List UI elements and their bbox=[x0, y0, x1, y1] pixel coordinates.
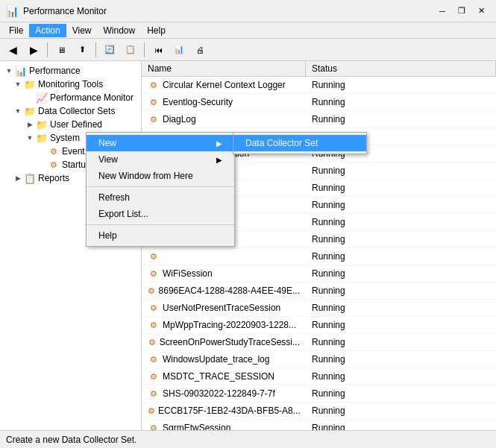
menu-window[interactable]: Window bbox=[98, 24, 142, 37]
tree-label-data-collector-sets: Data Collector Sets bbox=[38, 106, 115, 116]
tree-item-performance[interactable]: ▼ 📊 Performance bbox=[0, 64, 141, 78]
cell-name-13: ⚙ UserNotPresentTraceSession bbox=[142, 300, 306, 315]
title-bar: 📊 Performance Monitor ─ ❐ ✕ bbox=[0, 0, 496, 22]
reports-icon: 📋 bbox=[24, 172, 36, 184]
restore-button[interactable]: ❐ bbox=[453, 4, 471, 19]
table-row[interactable]: ⚙ SgrmEtwSession Running bbox=[142, 420, 496, 430]
row-icon-2: ⚙ bbox=[148, 113, 160, 125]
minimize-button[interactable]: ─ bbox=[433, 4, 451, 19]
row-icon-1: ⚙ bbox=[148, 96, 160, 108]
cell-status-5: Running bbox=[306, 164, 496, 177]
ctx-separator-2 bbox=[87, 224, 234, 225]
row-icon-13: ⚙ bbox=[148, 302, 160, 314]
cell-status-9: Running bbox=[306, 233, 496, 246]
table-row[interactable]: ⚙ 8696EAC4-1288-4288-A4EE-49E... Running bbox=[142, 283, 496, 300]
menu-view[interactable]: View bbox=[66, 24, 98, 37]
col-header-name[interactable]: Name bbox=[142, 61, 306, 76]
tree-item-user-defined[interactable]: ▶ 📁 User Defined bbox=[0, 118, 141, 131]
expand-monitoring-tools[interactable]: ▼ bbox=[12, 81, 24, 88]
table-row[interactable]: ⚙ MSDTC_TRACE_SESSION Running bbox=[142, 368, 496, 385]
tree-item-performance-monitor[interactable]: 📈 Performance Monitor bbox=[0, 91, 141, 104]
cell-status-18: Running bbox=[306, 387, 496, 400]
tree-label-monitoring-tools: Monitoring Tools bbox=[38, 79, 103, 89]
startup-icon: ⚙ bbox=[48, 159, 60, 171]
cell-status-0: Running bbox=[306, 78, 496, 92]
ctx-arrow-new: ▶ bbox=[216, 139, 222, 148]
cell-status-11: Running bbox=[306, 267, 496, 280]
toolbar-btn-2[interactable]: ⬆ bbox=[72, 41, 92, 59]
cell-status-16: Running bbox=[306, 353, 496, 366]
cell-status-6: Running bbox=[306, 181, 496, 195]
expand-data-collector-sets[interactable]: ▼ bbox=[12, 107, 24, 115]
cell-name-18: ⚙ SHS-09032022-122849-7-7f bbox=[142, 386, 306, 401]
row-icon-10: ⚙ bbox=[148, 250, 160, 262]
row-icon-18: ⚙ bbox=[148, 388, 160, 400]
cell-status-12: Running bbox=[306, 284, 496, 297]
row-icon-16: ⚙ bbox=[148, 353, 160, 365]
table-row[interactable]: ⚙ Running bbox=[142, 248, 496, 265]
toolbar-btn-3[interactable]: 🔄 bbox=[100, 41, 119, 59]
ctx-item-help[interactable]: Help bbox=[87, 227, 234, 244]
tree-label-user-defined: User Defined bbox=[50, 119, 102, 130]
cell-status-20: Running bbox=[306, 421, 496, 430]
cell-name-11: ⚙ WiFiSession bbox=[142, 266, 306, 281]
cell-name-10: ⚙ bbox=[142, 249, 306, 264]
user-defined-icon: 📁 bbox=[36, 119, 48, 130]
performance-icon: 📊 bbox=[15, 65, 27, 77]
ctx-item-refresh[interactable]: Refresh bbox=[87, 189, 234, 206]
col-header-status[interactable]: Status bbox=[306, 61, 496, 76]
tree-label-system: System bbox=[50, 133, 80, 143]
tree-item-monitoring-tools[interactable]: ▼ 📁 Monitoring Tools bbox=[0, 78, 141, 91]
ctx-separator-1 bbox=[87, 186, 234, 187]
table-row[interactable]: ⚙ UserNotPresentTraceSession Running bbox=[142, 300, 496, 317]
table-row[interactable]: ⚙ ScreenOnPowerStudyTraceSessi... Runnin… bbox=[142, 334, 496, 351]
submenu: Data Collector Set bbox=[233, 132, 367, 154]
toolbar-btn-6[interactable]: 📊 bbox=[169, 41, 189, 59]
performance-monitor-icon: 📈 bbox=[36, 92, 48, 104]
close-button[interactable]: ✕ bbox=[472, 4, 490, 19]
toolbar-btn-7[interactable]: 🖨 bbox=[190, 41, 210, 59]
tree-item-data-collector-sets[interactable]: ▼ 📁 Data Collector Sets bbox=[0, 104, 141, 118]
cell-status-17: Running bbox=[306, 370, 496, 383]
row-icon-11: ⚙ bbox=[148, 268, 160, 280]
menu-bar: File Action View Window Help bbox=[0, 22, 496, 39]
system-icon: 📁 bbox=[36, 132, 48, 144]
status-text: Create a new Data Collector Set. bbox=[6, 435, 136, 445]
cell-status-8: Running bbox=[306, 215, 496, 229]
cell-name-20: ⚙ SgrmEtwSession bbox=[142, 420, 306, 430]
window-title: Performance Monitor bbox=[23, 6, 107, 16]
list-header: Name Status bbox=[142, 61, 496, 77]
ctx-item-new-window[interactable]: New Window from Here bbox=[87, 168, 234, 184]
app-icon: 📊 bbox=[6, 5, 19, 17]
table-row[interactable]: ⚙ MpWppTracing-20220903-1228... Running bbox=[142, 317, 496, 334]
cell-name-2: ⚙ DiagLog bbox=[142, 112, 306, 127]
submenu-item-data-collector-set[interactable]: Data Collector Set bbox=[233, 135, 366, 151]
cell-name-16: ⚙ WindowsUpdate_trace_log bbox=[142, 352, 306, 367]
table-row[interactable]: ⚙ SHS-09032022-122849-7-7f Running bbox=[142, 385, 496, 403]
toolbar-btn-1[interactable]: 🖥 bbox=[51, 41, 71, 59]
status-bar: Create a new Data Collector Set. bbox=[0, 430, 496, 448]
expand-performance[interactable]: ▼ bbox=[3, 67, 15, 75]
expand-reports[interactable]: ▶ bbox=[12, 174, 24, 182]
window-controls: ─ ❐ ✕ bbox=[433, 4, 490, 19]
menu-file[interactable]: File bbox=[3, 24, 29, 37]
table-row[interactable]: ⚙ ECCB175F-1EB2-43DA-BFB5-A8... Running bbox=[142, 403, 496, 420]
expand-user-defined[interactable]: ▶ bbox=[24, 121, 36, 128]
menu-help[interactable]: Help bbox=[141, 24, 172, 37]
row-icon-19: ⚙ bbox=[148, 405, 155, 417]
menu-action[interactable]: Action bbox=[29, 24, 66, 37]
row-icon-20: ⚙ bbox=[148, 422, 160, 430]
toolbar-btn-4[interactable]: 📋 bbox=[121, 41, 140, 59]
table-row[interactable]: ⚙ Circular Kernel Context Logger Running bbox=[142, 77, 496, 94]
table-row[interactable]: ⚙ WiFiSession Running bbox=[142, 265, 496, 283]
ctx-item-view[interactable]: View ▶ bbox=[87, 151, 234, 168]
table-row[interactable]: ⚙ WindowsUpdate_trace_log Running bbox=[142, 351, 496, 368]
expand-system[interactable]: ▼ bbox=[24, 134, 36, 142]
back-button[interactable]: ◀ bbox=[3, 41, 22, 59]
ctx-item-export-list[interactable]: Export List... bbox=[87, 206, 234, 222]
table-row[interactable]: ⚙ Eventlog-Security Running bbox=[142, 94, 496, 111]
forward-button[interactable]: ▶ bbox=[24, 41, 43, 59]
toolbar-btn-5[interactable]: ⏮ bbox=[148, 41, 168, 59]
ctx-item-new[interactable]: New ▶ bbox=[87, 135, 234, 151]
table-row[interactable]: ⚙ DiagLog Running bbox=[142, 111, 496, 128]
